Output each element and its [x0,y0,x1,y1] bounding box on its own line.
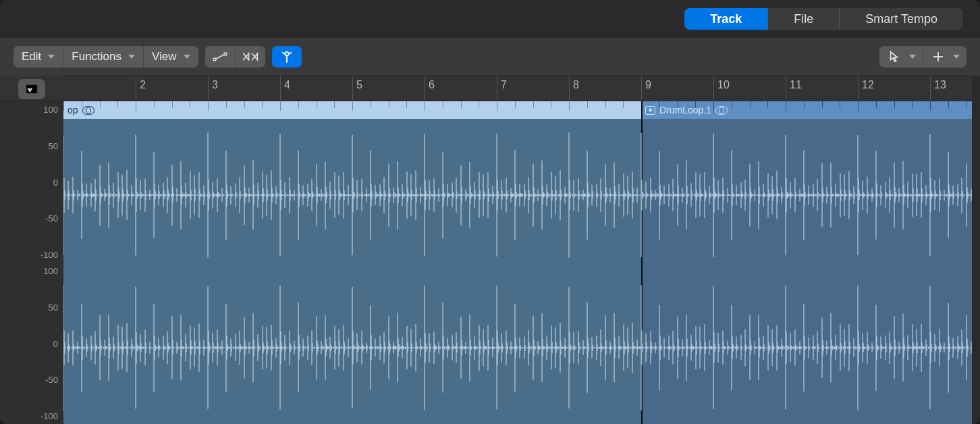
chevron-down-icon [48,55,55,59]
tab-file[interactable]: File [767,8,839,30]
snap-menu[interactable] [923,46,967,68]
tab-track[interactable]: Track [684,8,767,30]
amp-label: 100 [43,105,58,115]
ruler-corner [0,76,63,101]
amp-label: -50 [45,213,58,223]
amp-label: -50 [45,375,58,385]
functions-label: Functions [72,50,121,63]
amp-label: 100 [43,266,58,276]
pointer-tool-menu[interactable] [879,46,923,68]
bar-number: 10 [717,79,730,91]
edit-label: Edit [22,50,41,63]
catch-playhead-button[interactable] [272,46,302,68]
bar-number: 3 [212,79,218,91]
functions-menu[interactable]: Functions [63,46,144,68]
editor-tab-row: Track File Smart Tempo [0,0,980,38]
bar-number: 6 [429,79,435,91]
chevron-down-icon [184,55,190,59]
view-menu[interactable]: View [144,46,198,68]
amp-label: 0 [53,177,58,187]
flex-button[interactable] [236,46,265,68]
automation-button[interactable] [205,46,236,68]
svg-point-4 [285,52,288,55]
bar-number: 5 [356,79,362,91]
snap-menu-icon [930,51,946,63]
amp-label: 50 [49,140,58,151]
bar-number: 13 [934,79,946,91]
bar-number: 7 [501,79,507,91]
inspector-icon [24,83,40,95]
vertical-scrollbar[interactable] [972,76,980,424]
view-label: View [152,50,177,63]
amp-label: -100 [40,250,58,260]
pointer-tool-icon [886,51,902,63]
chevron-down-icon [128,55,135,59]
bar-ruler[interactable]: 2345678910111213 [63,76,972,101]
svg-line-2 [215,55,224,59]
bar-number: 2 [140,79,146,91]
bar-number: 12 [862,79,874,91]
tab-smart-tempo[interactable]: Smart Tempo [839,8,963,30]
audio-editor-window: Track File Smart Tempo Edit Functions Vi… [0,0,980,424]
automation-curve-icon [212,51,228,63]
amp-label: 50 [49,302,58,312]
bar-number: 8 [573,79,579,91]
inspector-toggle-button[interactable] [18,79,45,99]
track-waveform-area[interactable]: opDrumLoop.1 [63,101,972,424]
chevron-down-icon [909,55,916,59]
chevron-down-icon [953,55,960,59]
amplitude-gutter: 100100505000-50-50-100-100 [0,101,63,424]
editor-tabs: Track File Smart Tempo [684,8,963,30]
edit-menu[interactable]: Edit [13,46,63,68]
waveform [63,119,972,424]
bar-number: 9 [645,79,651,91]
amp-label: -100 [40,411,58,421]
bar-number: 4 [284,79,290,91]
catch-playhead-icon [279,51,295,63]
amp-label: 0 [53,338,58,348]
editor-toolbar: Edit Functions View [0,38,980,76]
flex-icon [242,51,258,63]
bar-number: 11 [790,79,802,91]
